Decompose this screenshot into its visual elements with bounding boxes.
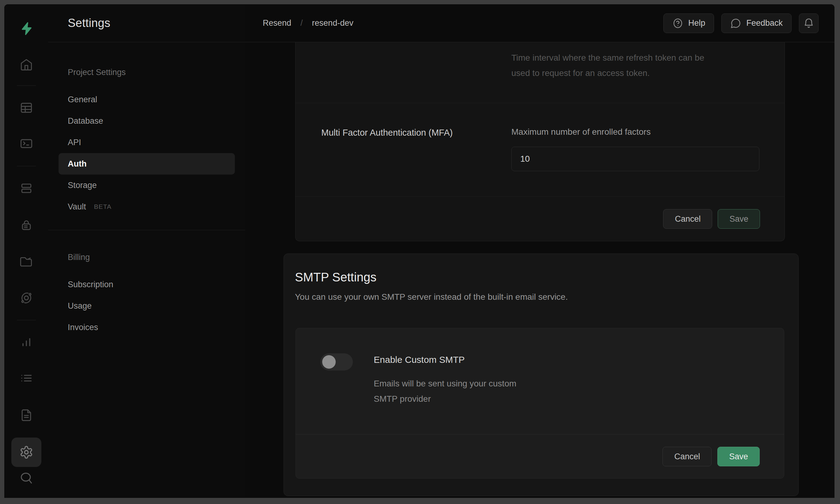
smtp-save-button[interactable]: Save [717,447,760,466]
smtp-settings-card: SMTP Settings You can use your own SMTP … [284,254,799,496]
sidebar-heading-project-settings: Project Settings [48,63,245,82]
help-button[interactable]: Help [664,14,714,33]
auth-card-footer: Cancel Save [295,197,785,241]
mfa-field-column: Maximum number of enrolled factors [511,103,785,196]
reports-bar-chart-icon[interactable] [19,335,33,349]
feedback-button-label: Feedback [746,18,783,28]
main-panel: Resend / resend-dev Help Feedback [245,4,835,498]
sidebar-item-storage[interactable]: Storage [58,175,235,196]
mfa-label-column: Multi Factor Authentication (MFA) [295,103,511,196]
database-icon[interactable] [19,181,33,195]
enable-custom-smtp-row: Enable Custom SMTP Emails will be sent u… [296,328,784,434]
enable-custom-smtp-toggle[interactable] [320,353,353,371]
page-title: Settings [68,17,110,30]
bell-icon [803,17,815,29]
rail-divider [17,166,36,166]
sql-editor-icon[interactable] [19,137,33,151]
auth-cancel-button[interactable]: Cancel [663,209,712,229]
sidebar-item-api[interactable]: API [58,132,235,153]
header-actions: Help Feedback [664,14,819,33]
refresh-token-row: Time interval where the same refresh tok… [295,42,785,103]
help-circle-icon [672,18,683,29]
sidebar-item-invoices[interactable]: Invoices [58,317,235,338]
settings-gear-button[interactable] [11,437,41,467]
icon-rail [4,4,48,498]
app-window: Settings Project Settings General Databa… [4,4,835,498]
sidebar-header: Settings [48,4,245,42]
api-docs-file-icon[interactable] [19,408,33,422]
billing-menu: Subscription Usage Invoices [48,274,245,338]
rail-divider [17,320,36,320]
sidebar-item-general[interactable]: General [58,89,235,110]
table-editor-icon[interactable] [19,101,33,115]
main-header: Resend / resend-dev Help Feedback [245,4,835,42]
main-scroll-area[interactable]: Time interval where the same refresh tok… [245,42,835,498]
mfa-field-label: Maximum number of enrolled factors [511,127,759,137]
smtp-card-footer: Cancel Save [296,434,784,479]
feedback-button[interactable]: Feedback [721,14,792,33]
sidebar-item-vault[interactable]: Vault BETA [58,196,235,217]
mfa-max-factors-input[interactable] [511,147,759,171]
mfa-section-label: Multi Factor Authentication (MFA) [321,128,499,138]
toggle-knob [322,355,336,369]
sidebar-item-database[interactable]: Database [58,110,235,132]
refresh-token-description: Time interval where the same refresh tok… [511,50,757,81]
sidebar-divider [48,230,245,230]
breadcrumb-separator: / [301,18,303,28]
storage-folder-icon[interactable] [19,255,33,269]
sidebar-item-usage[interactable]: Usage [58,295,235,317]
breadcrumb: Resend / resend-dev [263,18,354,28]
project-settings-menu: General Database API Auth Storage Vault … [48,89,245,217]
search-icon[interactable] [19,471,33,485]
smtp-section-description: You can use your own SMTP server instead… [295,292,798,302]
sidebar-item-auth[interactable]: Auth [58,153,235,175]
breadcrumb-project[interactable]: resend-dev [312,18,354,28]
smtp-section-title: SMTP Settings [295,270,798,284]
vault-beta-badge: BETA [94,203,112,210]
smtp-form-panel: Enable Custom SMTP Emails will be sent u… [295,328,784,479]
enable-custom-smtp-label: Enable Custom SMTP [374,355,516,365]
sidebar-heading-billing: Billing [48,248,245,266]
smtp-cancel-button[interactable]: Cancel [663,447,712,466]
auth-lock-icon[interactable] [19,218,33,232]
enable-custom-smtp-description: Emails will be sent using your custom SM… [374,376,516,407]
settings-sidebar: Settings Project Settings General Databa… [48,4,245,498]
toggle-texts: Enable Custom SMTP Emails will be sent u… [374,353,516,434]
notifications-button[interactable] [799,14,819,33]
auth-settings-card: Time interval where the same refresh tok… [295,42,785,241]
feedback-bubble-icon [730,18,741,29]
logs-list-icon[interactable] [19,371,33,385]
auth-save-button[interactable]: Save [718,209,760,229]
breadcrumb-org[interactable]: Resend [263,18,291,28]
home-icon[interactable] [19,57,33,72]
supabase-logo-icon[interactable] [19,21,33,36]
sidebar-item-subscription[interactable]: Subscription [58,274,235,295]
edge-functions-orbit-icon[interactable] [19,291,33,305]
settings-gear-icon [19,445,33,459]
help-button-label: Help [688,18,705,28]
mfa-row: Multi Factor Authentication (MFA) Maximu… [295,103,785,197]
